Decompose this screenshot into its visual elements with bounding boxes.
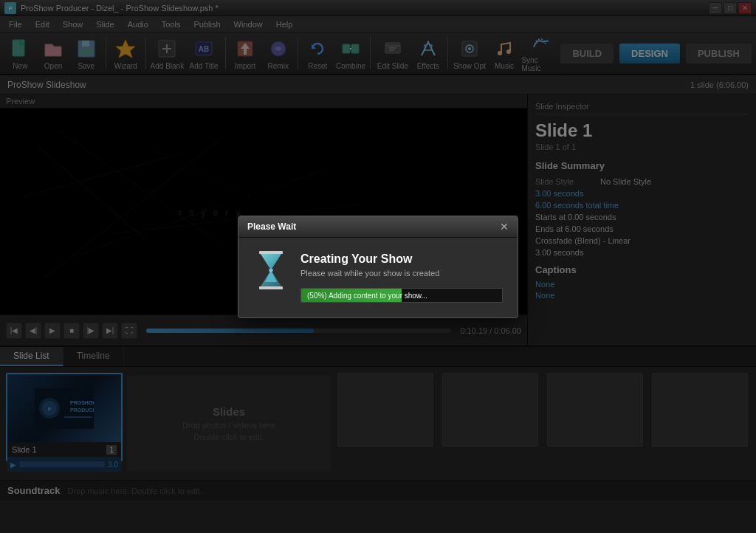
modal-header: Please Wait ✕ bbox=[238, 216, 518, 238]
svg-rect-46 bbox=[259, 251, 283, 254]
modal-close-button[interactable]: ✕ bbox=[500, 221, 509, 233]
modal-progress-track: (50%) Adding content to your show... bbox=[300, 288, 503, 303]
modal-text-area: Creating Your Show Please wait while you… bbox=[300, 252, 503, 303]
please-wait-dialog: Please Wait ✕ bbox=[238, 216, 518, 318]
modal-title: Please Wait bbox=[247, 221, 296, 232]
svg-rect-47 bbox=[259, 286, 283, 289]
svg-point-48 bbox=[269, 269, 273, 272]
modal-body: Creating Your Show Please wait while you… bbox=[238, 238, 518, 317]
modal-creating-title: Creating Your Show bbox=[300, 252, 503, 266]
hourglass-icon bbox=[253, 252, 289, 288]
modal-subtext: Please wait while your show is created bbox=[300, 269, 503, 278]
modal-overlay: Please Wait ✕ bbox=[0, 0, 756, 533]
modal-progress-text: (50%) Adding content to your show... bbox=[307, 291, 427, 299]
